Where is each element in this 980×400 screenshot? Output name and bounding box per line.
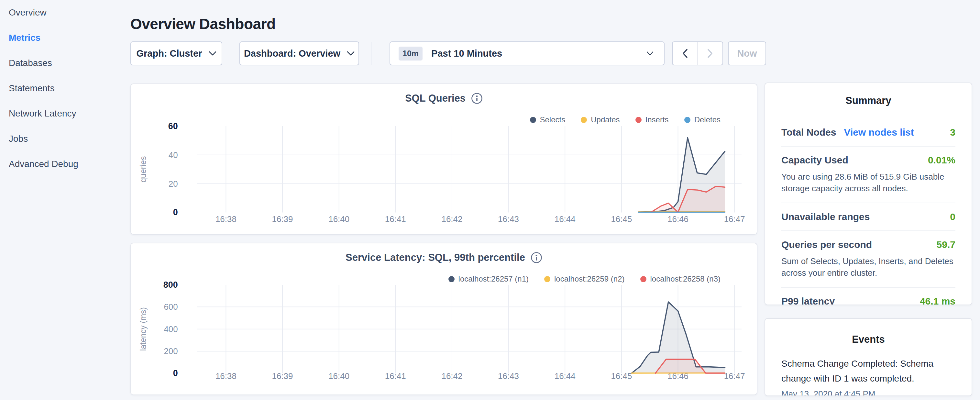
svg-text:400: 400: [164, 325, 178, 334]
chevron-down-icon: [347, 51, 355, 56]
svg-text:16:39: 16:39: [272, 371, 293, 381]
summary-row-label: Capacity Used: [781, 155, 848, 166]
svg-text:16:40: 16:40: [328, 215, 349, 224]
legend-label: Inserts: [646, 115, 669, 124]
svg-text:16:39: 16:39: [272, 215, 293, 224]
legend-item[interactable]: localhost:26259 (n2): [544, 274, 624, 284]
legend-item[interactable]: Deletes: [684, 115, 721, 124]
svg-text:60: 60: [168, 121, 178, 131]
sidebar-item-network-latency[interactable]: Network Latency: [9, 101, 129, 126]
sidebar-item-advanced-debug[interactable]: Advanced Debug: [9, 151, 129, 177]
time-range-badge: 10m: [399, 46, 423, 61]
legend-item[interactable]: localhost:26257 (n1): [449, 274, 529, 284]
chart-legend: SelectsUpdatesInsertsDeletes: [530, 115, 721, 124]
svg-text:queries: queries: [138, 156, 148, 183]
summary-row-p99-latency: P99 latency 46.1 ms: [781, 288, 955, 305]
summary-row-queries-per-second: Queries per second 59.7 Sum of Selects, …: [781, 231, 955, 288]
legend-item[interactable]: Inserts: [635, 115, 669, 124]
summary-row-total-nodes: Total Nodes View nodes list 3: [781, 119, 955, 147]
legend-item[interactable]: Selects: [530, 115, 566, 124]
time-pager: [672, 41, 723, 65]
legend-dot-icon: [684, 117, 690, 123]
svg-text:16:46: 16:46: [667, 215, 689, 224]
summary-row-value: 0.01%: [928, 155, 955, 166]
legend-dot-icon: [530, 117, 536, 123]
dashboard-dropdown[interactable]: Dashboard: Overview: [239, 41, 359, 65]
info-icon[interactable]: [471, 92, 483, 104]
svg-text:16:47: 16:47: [724, 215, 745, 224]
legend-dot-icon: [544, 276, 550, 282]
summary-row-label: Unavailable ranges: [781, 211, 870, 222]
controls-divider: [371, 42, 371, 65]
summary-row-description: You are using 28.6 MiB of 515.9 GiB usab…: [781, 171, 955, 194]
graph-dropdown-label: Graph: Cluster: [136, 48, 202, 59]
view-nodes-list-link[interactable]: View nodes list: [844, 127, 914, 138]
service-latency-chart-card: Service Latency: SQL, 99th percentile lo…: [130, 243, 757, 395]
chevron-down-icon: [646, 51, 654, 57]
svg-text:16:41: 16:41: [385, 215, 406, 224]
sidebar-item-databases[interactable]: Databases: [9, 51, 129, 76]
svg-text:16:44: 16:44: [555, 371, 576, 381]
svg-text:600: 600: [164, 302, 178, 311]
chart-title-text: Service Latency: SQL, 99th percentile: [345, 252, 525, 263]
svg-text:20: 20: [169, 179, 178, 188]
chart-title: Service Latency: SQL, 99th percentile: [131, 252, 757, 263]
svg-text:40: 40: [169, 150, 178, 159]
svg-text:16:45: 16:45: [611, 215, 632, 224]
dashboard-dropdown-label: Dashboard: Overview: [244, 48, 340, 59]
legend-dot-icon: [581, 117, 587, 123]
summary-row-value: 59.7: [937, 239, 955, 250]
chart-title: SQL Queries: [131, 92, 757, 104]
sql-queries-plot[interactable]: 16:3816:3916:4016:4116:4216:4316:4416:45…: [131, 84, 757, 234]
svg-text:16:38: 16:38: [215, 215, 237, 224]
svg-text:16:38: 16:38: [215, 371, 237, 381]
summary-row-value: 3: [950, 127, 955, 138]
summary-row-label: P99 latency: [781, 296, 835, 305]
svg-text:800: 800: [163, 280, 178, 290]
summary-row-value: 0: [950, 211, 955, 222]
graph-dropdown[interactable]: Graph: Cluster: [130, 41, 222, 65]
svg-text:200: 200: [164, 347, 178, 356]
next-time-button[interactable]: [698, 42, 722, 65]
summary-title: Summary: [781, 95, 955, 107]
legend-label: localhost:26259 (n2): [554, 274, 624, 284]
svg-text:latency (ms): latency (ms): [138, 307, 148, 351]
sidebar-item-jobs[interactable]: Jobs: [9, 126, 129, 151]
event-timestamp: May 13, 2020 at 4:45 PM: [781, 389, 955, 396]
service-latency-plot[interactable]: 16:3816:3916:4016:4116:4216:4316:4416:45…: [131, 243, 757, 395]
sidebar-item-statements[interactable]: Statements: [9, 76, 129, 101]
page-title: Overview Dashboard: [130, 15, 276, 33]
now-button[interactable]: Now: [728, 41, 766, 65]
legend-label: Updates: [591, 115, 620, 124]
time-range-selector[interactable]: 10m Past 10 Minutes: [390, 41, 665, 65]
sidebar-item-metrics[interactable]: Metrics: [9, 25, 129, 51]
legend-dot-icon: [449, 276, 455, 282]
svg-text:0: 0: [173, 208, 178, 217]
event-list-item[interactable]: Schema Change Completed: Schema change w…: [781, 356, 955, 396]
legend-label: localhost:26258 (n3): [650, 274, 721, 284]
svg-text:0: 0: [173, 369, 178, 378]
info-icon[interactable]: [531, 252, 542, 263]
summary-row-capacity-used: Capacity Used 0.01% You are using 28.6 M…: [781, 147, 955, 203]
event-message: Schema Change Completed: Schema change w…: [781, 356, 955, 386]
legend-item[interactable]: localhost:26258 (n3): [640, 274, 721, 284]
now-button-label: Now: [737, 48, 757, 59]
summary-row-label: Queries per second: [781, 239, 872, 250]
sidebar: Overview Metrics Databases Statements Ne…: [0, 0, 129, 177]
summary-row-description: Sum of Selects, Updates, Inserts, and De…: [781, 255, 955, 279]
svg-text:16:43: 16:43: [498, 215, 519, 224]
svg-text:16:43: 16:43: [498, 371, 519, 381]
sidebar-item-overview[interactable]: Overview: [9, 0, 129, 25]
chevron-left-icon: [682, 49, 688, 58]
sql-queries-chart-card: SQL Queries SelectsUpdatesInsertsDeletes…: [130, 83, 757, 234]
summary-panel: Summary Total Nodes View nodes list 3 Ca…: [765, 83, 972, 305]
svg-text:16:47: 16:47: [724, 371, 745, 381]
svg-text:16:42: 16:42: [441, 215, 462, 224]
svg-text:16:45: 16:45: [611, 371, 632, 381]
legend-item[interactable]: Updates: [581, 115, 620, 124]
summary-row-value: 46.1 ms: [920, 296, 955, 305]
previous-time-button[interactable]: [673, 42, 698, 65]
legend-label: Selects: [540, 115, 566, 124]
svg-text:16:42: 16:42: [441, 371, 462, 381]
legend-dot-icon: [640, 276, 646, 282]
